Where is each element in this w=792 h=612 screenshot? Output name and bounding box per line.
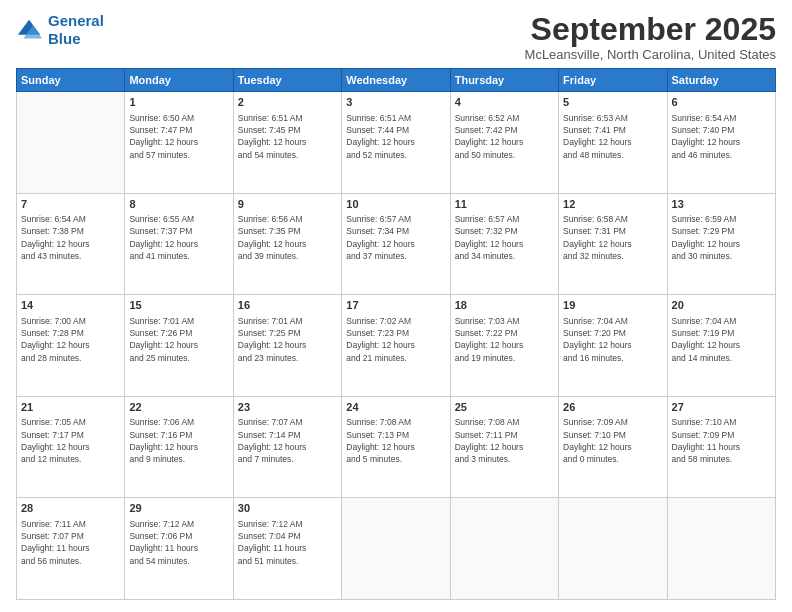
day-info: Sunrise: 6:52 AM Sunset: 7:42 PM Dayligh… <box>455 112 554 161</box>
header-wednesday: Wednesday <box>342 69 450 92</box>
table-row: 19Sunrise: 7:04 AM Sunset: 7:20 PM Dayli… <box>559 295 667 397</box>
day-info: Sunrise: 6:54 AM Sunset: 7:40 PM Dayligh… <box>672 112 771 161</box>
header-friday: Friday <box>559 69 667 92</box>
table-row: 7Sunrise: 6:54 AM Sunset: 7:38 PM Daylig… <box>17 193 125 295</box>
day-info: Sunrise: 7:00 AM Sunset: 7:28 PM Dayligh… <box>21 315 120 364</box>
table-row: 22Sunrise: 7:06 AM Sunset: 7:16 PM Dayli… <box>125 396 233 498</box>
location: McLeansville, North Carolina, United Sta… <box>525 47 776 62</box>
day-number: 7 <box>21 197 120 212</box>
header-sunday: Sunday <box>17 69 125 92</box>
header-saturday: Saturday <box>667 69 775 92</box>
logo-text: General Blue <box>48 12 104 48</box>
day-info: Sunrise: 7:04 AM Sunset: 7:20 PM Dayligh… <box>563 315 662 364</box>
table-row: 25Sunrise: 7:08 AM Sunset: 7:11 PM Dayli… <box>450 396 558 498</box>
table-row: 10Sunrise: 6:57 AM Sunset: 7:34 PM Dayli… <box>342 193 450 295</box>
day-number: 15 <box>129 298 228 313</box>
day-info: Sunrise: 7:01 AM Sunset: 7:25 PM Dayligh… <box>238 315 337 364</box>
calendar-week-row: 7Sunrise: 6:54 AM Sunset: 7:38 PM Daylig… <box>17 193 776 295</box>
day-info: Sunrise: 7:09 AM Sunset: 7:10 PM Dayligh… <box>563 416 662 465</box>
logo-icon <box>16 16 44 44</box>
table-row: 11Sunrise: 6:57 AM Sunset: 7:32 PM Dayli… <box>450 193 558 295</box>
day-info: Sunrise: 6:59 AM Sunset: 7:29 PM Dayligh… <box>672 213 771 262</box>
day-info: Sunrise: 7:11 AM Sunset: 7:07 PM Dayligh… <box>21 518 120 567</box>
calendar-week-row: 1Sunrise: 6:50 AM Sunset: 7:47 PM Daylig… <box>17 92 776 194</box>
day-number: 25 <box>455 400 554 415</box>
table-row: 20Sunrise: 7:04 AM Sunset: 7:19 PM Dayli… <box>667 295 775 397</box>
day-info: Sunrise: 6:51 AM Sunset: 7:45 PM Dayligh… <box>238 112 337 161</box>
day-number: 20 <box>672 298 771 313</box>
day-info: Sunrise: 7:08 AM Sunset: 7:13 PM Dayligh… <box>346 416 445 465</box>
day-number: 1 <box>129 95 228 110</box>
table-row: 8Sunrise: 6:55 AM Sunset: 7:37 PM Daylig… <box>125 193 233 295</box>
day-number: 22 <box>129 400 228 415</box>
table-row <box>342 498 450 600</box>
day-number: 26 <box>563 400 662 415</box>
day-number: 14 <box>21 298 120 313</box>
day-info: Sunrise: 7:12 AM Sunset: 7:04 PM Dayligh… <box>238 518 337 567</box>
page: General Blue September 2025 McLeansville… <box>0 0 792 612</box>
table-row: 2Sunrise: 6:51 AM Sunset: 7:45 PM Daylig… <box>233 92 341 194</box>
day-number: 3 <box>346 95 445 110</box>
table-row: 9Sunrise: 6:56 AM Sunset: 7:35 PM Daylig… <box>233 193 341 295</box>
table-row: 24Sunrise: 7:08 AM Sunset: 7:13 PM Dayli… <box>342 396 450 498</box>
day-number: 12 <box>563 197 662 212</box>
day-number: 19 <box>563 298 662 313</box>
day-number: 23 <box>238 400 337 415</box>
table-row: 13Sunrise: 6:59 AM Sunset: 7:29 PM Dayli… <box>667 193 775 295</box>
logo-line2: Blue <box>48 30 81 47</box>
table-row: 3Sunrise: 6:51 AM Sunset: 7:44 PM Daylig… <box>342 92 450 194</box>
header: General Blue September 2025 McLeansville… <box>16 12 776 62</box>
calendar-week-row: 14Sunrise: 7:00 AM Sunset: 7:28 PM Dayli… <box>17 295 776 397</box>
table-row: 28Sunrise: 7:11 AM Sunset: 7:07 PM Dayli… <box>17 498 125 600</box>
day-info: Sunrise: 6:50 AM Sunset: 7:47 PM Dayligh… <box>129 112 228 161</box>
table-row: 4Sunrise: 6:52 AM Sunset: 7:42 PM Daylig… <box>450 92 558 194</box>
table-row: 18Sunrise: 7:03 AM Sunset: 7:22 PM Dayli… <box>450 295 558 397</box>
day-number: 16 <box>238 298 337 313</box>
calendar-week-row: 28Sunrise: 7:11 AM Sunset: 7:07 PM Dayli… <box>17 498 776 600</box>
day-number: 2 <box>238 95 337 110</box>
table-row: 27Sunrise: 7:10 AM Sunset: 7:09 PM Dayli… <box>667 396 775 498</box>
day-info: Sunrise: 6:57 AM Sunset: 7:34 PM Dayligh… <box>346 213 445 262</box>
day-number: 30 <box>238 501 337 516</box>
table-row: 23Sunrise: 7:07 AM Sunset: 7:14 PM Dayli… <box>233 396 341 498</box>
day-number: 4 <box>455 95 554 110</box>
table-row: 26Sunrise: 7:09 AM Sunset: 7:10 PM Dayli… <box>559 396 667 498</box>
day-info: Sunrise: 7:02 AM Sunset: 7:23 PM Dayligh… <box>346 315 445 364</box>
day-info: Sunrise: 6:58 AM Sunset: 7:31 PM Dayligh… <box>563 213 662 262</box>
day-number: 6 <box>672 95 771 110</box>
table-row: 29Sunrise: 7:12 AM Sunset: 7:06 PM Dayli… <box>125 498 233 600</box>
table-row <box>450 498 558 600</box>
day-info: Sunrise: 6:56 AM Sunset: 7:35 PM Dayligh… <box>238 213 337 262</box>
day-number: 13 <box>672 197 771 212</box>
header-thursday: Thursday <box>450 69 558 92</box>
day-number: 24 <box>346 400 445 415</box>
logo-line1: General <box>48 12 104 29</box>
table-row <box>559 498 667 600</box>
day-info: Sunrise: 7:07 AM Sunset: 7:14 PM Dayligh… <box>238 416 337 465</box>
day-number: 9 <box>238 197 337 212</box>
table-row: 17Sunrise: 7:02 AM Sunset: 7:23 PM Dayli… <box>342 295 450 397</box>
table-row <box>667 498 775 600</box>
calendar-table: Sunday Monday Tuesday Wednesday Thursday… <box>16 68 776 600</box>
day-number: 10 <box>346 197 445 212</box>
day-number: 29 <box>129 501 228 516</box>
day-number: 28 <box>21 501 120 516</box>
day-info: Sunrise: 6:55 AM Sunset: 7:37 PM Dayligh… <box>129 213 228 262</box>
table-row: 30Sunrise: 7:12 AM Sunset: 7:04 PM Dayli… <box>233 498 341 600</box>
day-number: 8 <box>129 197 228 212</box>
day-number: 17 <box>346 298 445 313</box>
day-info: Sunrise: 6:54 AM Sunset: 7:38 PM Dayligh… <box>21 213 120 262</box>
day-number: 27 <box>672 400 771 415</box>
day-number: 21 <box>21 400 120 415</box>
day-info: Sunrise: 6:53 AM Sunset: 7:41 PM Dayligh… <box>563 112 662 161</box>
day-info: Sunrise: 7:03 AM Sunset: 7:22 PM Dayligh… <box>455 315 554 364</box>
table-row: 1Sunrise: 6:50 AM Sunset: 7:47 PM Daylig… <box>125 92 233 194</box>
table-row <box>17 92 125 194</box>
day-info: Sunrise: 7:04 AM Sunset: 7:19 PM Dayligh… <box>672 315 771 364</box>
table-row: 21Sunrise: 7:05 AM Sunset: 7:17 PM Dayli… <box>17 396 125 498</box>
logo: General Blue <box>16 12 104 48</box>
day-info: Sunrise: 7:08 AM Sunset: 7:11 PM Dayligh… <box>455 416 554 465</box>
day-number: 5 <box>563 95 662 110</box>
table-row: 15Sunrise: 7:01 AM Sunset: 7:26 PM Dayli… <box>125 295 233 397</box>
calendar-week-row: 21Sunrise: 7:05 AM Sunset: 7:17 PM Dayli… <box>17 396 776 498</box>
